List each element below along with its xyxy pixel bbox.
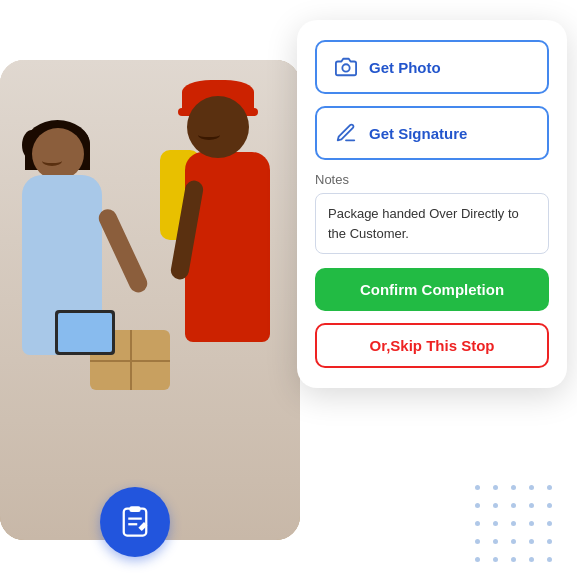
signature-icon bbox=[333, 120, 359, 146]
clipboard-icon-circle bbox=[100, 487, 170, 557]
delivery-scene bbox=[0, 60, 300, 540]
clipboard-edit-icon bbox=[117, 504, 153, 540]
scene: Get Photo Get Signature Notes Package ha… bbox=[0, 0, 577, 587]
tablet bbox=[55, 310, 115, 355]
dots-pattern bbox=[475, 485, 557, 567]
svg-rect-0 bbox=[124, 509, 147, 536]
notes-text: Package handed Over Directly to the Cust… bbox=[315, 193, 549, 254]
action-card: Get Photo Get Signature Notes Package ha… bbox=[297, 20, 567, 388]
get-photo-label: Get Photo bbox=[369, 59, 441, 76]
confirm-button[interactable]: Confirm Completion bbox=[315, 268, 549, 311]
customer-figure bbox=[20, 120, 130, 480]
delivery-photo bbox=[0, 60, 300, 540]
delivery-figure bbox=[160, 80, 290, 500]
get-signature-button[interactable]: Get Signature bbox=[315, 106, 549, 160]
get-photo-button[interactable]: Get Photo bbox=[315, 40, 549, 94]
camera-icon bbox=[333, 54, 359, 80]
svg-point-4 bbox=[342, 64, 349, 71]
skip-button[interactable]: Or,Skip This Stop bbox=[315, 323, 549, 368]
svg-rect-1 bbox=[129, 506, 140, 512]
notes-label: Notes bbox=[315, 172, 549, 187]
get-signature-label: Get Signature bbox=[369, 125, 467, 142]
